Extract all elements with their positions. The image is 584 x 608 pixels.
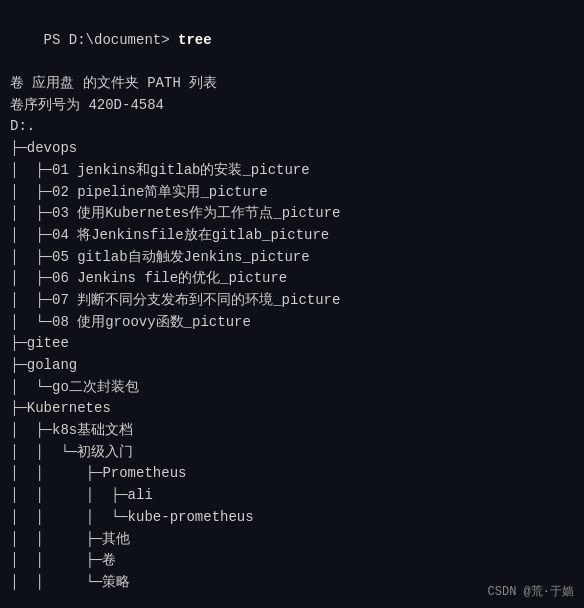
tree-line: │ ├─k8s基础文档: [10, 420, 574, 442]
tree-line: │ │ ├─Prometheus: [10, 463, 574, 485]
tree-line: ├─gitee: [10, 333, 574, 355]
tree-line: │ │ ├─卷: [10, 550, 574, 572]
tree-line: │ ├─04 将Jenkinsfile放在gitlab_picture: [10, 225, 574, 247]
tree-line: │ ├─06 Jenkins file的优化_picture: [10, 268, 574, 290]
footer-text: CSDN @荒·于嫱: [488, 583, 574, 600]
tree-line: ├─Kubernetes: [10, 398, 574, 420]
tree-line: ├─devops: [10, 138, 574, 160]
tree-line: │ │ │ └─kube-prometheus: [10, 507, 574, 529]
terminal-window: PS D:\document> tree 卷 应用盘 的文件夹 PATH 列表卷…: [0, 0, 584, 608]
tree-line: │ │ └─初级入门: [10, 442, 574, 464]
tree-output: 卷 应用盘 的文件夹 PATH 列表卷序列号为 420D-4584D:.├─de…: [10, 73, 574, 594]
tree-line: 卷序列号为 420D-4584: [10, 95, 574, 117]
tree-line: │ │ │ ├─ali: [10, 485, 574, 507]
tree-line: │ ├─01 jenkins和gitlab的安装_picture: [10, 160, 574, 182]
prompt-text: PS D:\document>: [44, 32, 178, 48]
command-prompt: PS D:\document> tree: [10, 8, 574, 73]
tree-line: │ └─go二次封装包: [10, 377, 574, 399]
tree-line: │ ├─07 判断不同分支发布到不同的环境_picture: [10, 290, 574, 312]
tree-line: │ └─08 使用groovy函数_picture: [10, 312, 574, 334]
tree-line: │ ├─02 pipeline简单实用_picture: [10, 182, 574, 204]
tree-line: │ │ ├─其他: [10, 529, 574, 551]
command-text: tree: [178, 32, 212, 48]
tree-line: │ ├─03 使用Kubernetes作为工作节点_picture: [10, 203, 574, 225]
tree-line: 卷 应用盘 的文件夹 PATH 列表: [10, 73, 574, 95]
tree-line: D:.: [10, 116, 574, 138]
tree-line: │ ├─05 gitlab自动触发Jenkins_picture: [10, 247, 574, 269]
tree-line: ├─golang: [10, 355, 574, 377]
